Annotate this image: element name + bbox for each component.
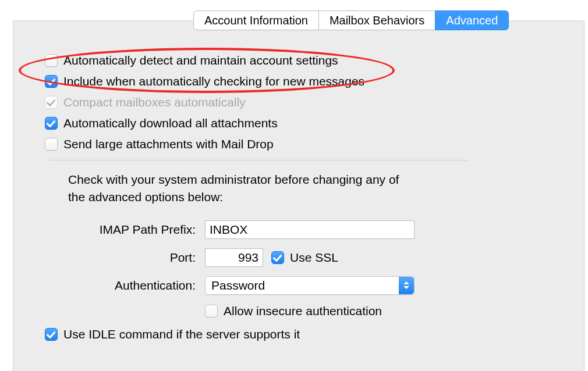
allow-insecure-label: Allow insecure authentication bbox=[224, 304, 382, 318]
advanced-panel: Automatically detect and maintain accoun… bbox=[13, 20, 585, 371]
tab-mailbox-behaviors[interactable]: Mailbox Behaviors bbox=[318, 10, 435, 30]
auto-detect-checkbox[interactable] bbox=[45, 54, 58, 67]
download-attach-row: Automatically download all attachments bbox=[45, 116, 584, 130]
imap-prefix-input[interactable] bbox=[205, 220, 415, 239]
port-input[interactable] bbox=[205, 248, 263, 267]
authentication-label: Authentication: bbox=[45, 279, 205, 292]
compact-label: Compact mailboxes automatically bbox=[63, 95, 246, 109]
advanced-note: Check with your system administrator bef… bbox=[68, 171, 417, 206]
compact-row: Compact mailboxes automatically bbox=[45, 95, 584, 109]
port-label: Port: bbox=[45, 251, 205, 265]
use-idle-label: Use IDLE command if the server supports … bbox=[63, 327, 300, 341]
auto-detect-row: Automatically detect and maintain accoun… bbox=[45, 53, 584, 67]
use-idle-row: Use IDLE command if the server supports … bbox=[45, 327, 584, 341]
tab-bar: Account Information Mailbox Behaviors Ad… bbox=[193, 10, 509, 30]
include-checking-label: Include when automatically checking for … bbox=[63, 74, 364, 88]
tab-advanced[interactable]: Advanced bbox=[435, 10, 509, 30]
section-divider bbox=[48, 160, 467, 160]
allow-insecure-row: Allow insecure authentication bbox=[45, 304, 584, 318]
use-ssl-label: Use SSL bbox=[290, 251, 338, 265]
advanced-content: Automatically detect and maintain accoun… bbox=[13, 53, 584, 341]
compact-checkbox bbox=[45, 96, 58, 109]
authentication-dropdown[interactable]: Password bbox=[205, 276, 415, 295]
allow-insecure-checkbox[interactable] bbox=[205, 305, 218, 318]
download-attach-label: Automatically download all attachments bbox=[63, 116, 278, 130]
mail-drop-row: Send large attachments with Mail Drop bbox=[45, 137, 584, 151]
mail-drop-label: Send large attachments with Mail Drop bbox=[63, 137, 274, 151]
auto-detect-label: Automatically detect and maintain accoun… bbox=[63, 53, 338, 67]
download-attach-checkbox[interactable] bbox=[45, 117, 58, 130]
tab-account-information[interactable]: Account Information bbox=[193, 10, 318, 30]
imap-prefix-label: IMAP Path Prefix: bbox=[45, 223, 205, 237]
port-row: Port: Use SSL bbox=[45, 248, 584, 267]
authentication-row: Authentication: Password bbox=[45, 276, 584, 295]
authentication-value: Password bbox=[206, 279, 265, 292]
updown-arrows-icon bbox=[399, 277, 414, 294]
use-ssl-checkbox[interactable] bbox=[271, 251, 284, 264]
include-checking-row: Include when automatically checking for … bbox=[45, 74, 584, 88]
imap-prefix-row: IMAP Path Prefix: bbox=[45, 220, 584, 239]
mail-drop-checkbox[interactable] bbox=[45, 138, 58, 151]
use-idle-checkbox[interactable] bbox=[45, 328, 58, 341]
preferences-window: Automatically detect and maintain accoun… bbox=[0, 0, 588, 371]
include-checking-checkbox[interactable] bbox=[45, 75, 58, 88]
